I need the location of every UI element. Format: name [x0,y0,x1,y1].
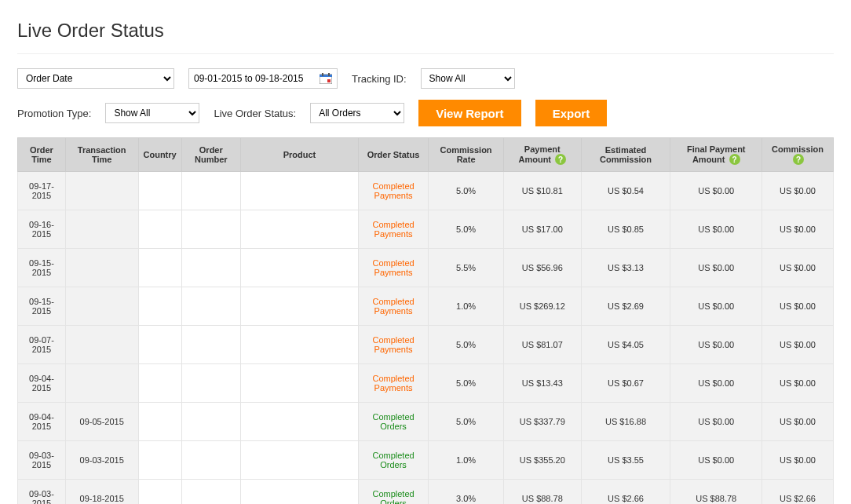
cell-status: Completed Orders [358,441,428,480]
help-icon[interactable]: ? [555,154,566,165]
cell-order-number [181,172,240,210]
cell-txn-time [65,287,138,326]
table-row: 09-16-2015CompletedPayments5.0%US $17.00… [18,210,834,249]
cell-product [240,172,358,210]
svg-rect-1 [320,75,332,77]
cell-product [240,364,358,403]
promotion-type-select[interactable]: Show All [105,103,199,123]
cell-est: US $4.05 [581,326,670,364]
view-report-button[interactable]: View Report [418,100,520,126]
cell-product [240,210,358,249]
cell-comm: US $0.00 [762,172,834,210]
col-transaction-time: Transaction Time [65,138,138,172]
col-payment-amount: Payment Amount ? [504,138,582,172]
help-icon[interactable]: ? [729,154,740,165]
cell-order-number [181,403,240,441]
cell-order-time: 09-04-2015 [18,364,66,403]
table-row: 09-15-2015CompletedPayments1.0%US $269.1… [18,287,834,326]
cell-country [138,249,181,287]
cell-product [240,403,358,441]
cell-txn-time: 09-05-2015 [65,403,138,441]
cell-country [138,441,181,480]
cell-final: US $0.00 [670,210,762,249]
cell-pay: US $56.96 [504,249,582,287]
tracking-id-select[interactable]: Show All [421,68,515,89]
cell-final: US $0.00 [670,403,762,441]
order-status-select[interactable]: All Orders [310,103,404,123]
help-icon[interactable]: ? [793,154,804,165]
cell-pay: US $10.81 [504,172,582,210]
cell-comm: US $2.66 [762,480,834,505]
cell-order-number [181,480,240,505]
cell-rate: 1.0% [429,441,504,480]
table-row: 09-04-2015CompletedPayments5.0%US $13.43… [18,364,834,403]
col-order-status: Order Status [358,138,428,172]
cell-comm: US $0.00 [762,441,834,480]
cell-rate: 1.0% [429,287,504,326]
table-row: 09-17-2015CompletedPayments5.0%US $10.81… [18,172,834,210]
cell-order-time: 09-16-2015 [18,210,66,249]
cell-order-time: 09-03-2015 [18,480,66,505]
cell-country [138,210,181,249]
table-row: 09-03-201509-03-2015Completed Orders1.0%… [18,441,834,480]
col-order-time: Order Time [18,138,66,172]
cell-pay: US $17.00 [504,210,582,249]
cell-est: US $0.67 [581,364,670,403]
cell-status: CompletedPayments [358,210,428,249]
order-date-select[interactable]: Order Date [17,68,174,89]
cell-txn-time [65,172,138,210]
cell-est: US $3.55 [581,441,670,480]
col-commission: Commission ? [762,138,834,172]
date-range-text[interactable] [194,73,312,84]
table-header-row: Order Time Transaction Time Country Orde… [18,138,834,172]
cell-comm: US $0.00 [762,287,834,326]
cell-rate: 5.5% [429,249,504,287]
cell-country [138,326,181,364]
orders-table: Order Time Transaction Time Country Orde… [17,137,834,504]
divider [17,53,834,54]
cell-est: US $0.54 [581,172,670,210]
cell-order-time: 09-15-2015 [18,287,66,326]
cell-country [138,480,181,505]
table-row: 09-04-201509-05-2015Completed Orders5.0%… [18,403,834,441]
cell-country [138,403,181,441]
cell-txn-time: 09-03-2015 [65,441,138,480]
export-button[interactable]: Export [535,100,608,126]
cell-pay: US $337.79 [504,403,582,441]
table-row: 09-07-2015CompletedPayments5.0%US $81.07… [18,326,834,364]
order-status-label: Live Order Status: [214,108,296,119]
cell-pay: US $269.12 [504,287,582,326]
page-title: Live Order Status [17,8,834,53]
calendar-icon[interactable] [320,73,332,84]
cell-rate: 5.0% [429,403,504,441]
cell-pay: US $13.43 [504,364,582,403]
cell-order-number [181,326,240,364]
cell-comm: US $0.00 [762,403,834,441]
col-estimated-commission: Estimated Commission [581,138,670,172]
col-final-payment-amount: Final Payment Amount ? [670,138,762,172]
cell-status: CompletedPayments [358,326,428,364]
cell-order-time: 09-17-2015 [18,172,66,210]
table-row: 09-03-201509-18-2015Completed Orders3.0%… [18,480,834,505]
cell-product [240,249,358,287]
cell-status: Completed Orders [358,403,428,441]
cell-country [138,287,181,326]
cell-order-time: 09-03-2015 [18,441,66,480]
cell-status: Completed Orders [358,480,428,505]
cell-product [240,441,358,480]
cell-order-number [181,287,240,326]
date-range-input[interactable] [188,68,338,89]
cell-order-number [181,249,240,287]
cell-rate: 5.0% [429,326,504,364]
cell-txn-time [65,326,138,364]
col-commission-rate: Commission Rate [429,138,504,172]
cell-order-number [181,210,240,249]
cell-comm: US $0.00 [762,364,834,403]
cell-pay: US $81.07 [504,326,582,364]
cell-country [138,364,181,403]
cell-order-time: 09-07-2015 [18,326,66,364]
col-order-number: Order Number [181,138,240,172]
cell-final: US $0.00 [670,287,762,326]
cell-final: US $88.78 [670,480,762,505]
cell-rate: 5.0% [429,210,504,249]
